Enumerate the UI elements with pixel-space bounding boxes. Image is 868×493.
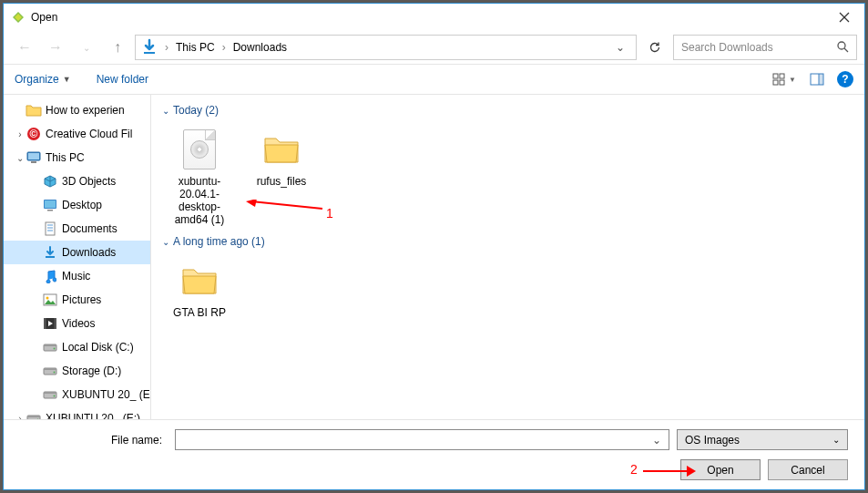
file-item-label: rufus_files	[257, 175, 307, 188]
tree-item[interactable]: Documents	[4, 217, 150, 241]
titlebar: Open	[4, 4, 864, 31]
file-list: ⌄Today (2)xubuntu-20.04.1-desktop-amd64 …	[151, 95, 864, 419]
drive-icon	[42, 339, 58, 355]
svg-point-28	[46, 297, 49, 300]
chevron-down-icon: ⌄	[162, 237, 169, 247]
search-input[interactable]	[681, 41, 836, 54]
folder-icon	[181, 264, 218, 297]
3d-icon	[42, 173, 58, 190]
tree-item[interactable]: Music	[4, 264, 150, 288]
music-icon	[42, 268, 58, 284]
tree-item[interactable]: ›©Creative Cloud Fil	[4, 122, 150, 146]
chevron-right-icon: ›	[220, 41, 228, 54]
open-button[interactable]: Open	[680, 459, 761, 480]
svg-rect-30	[44, 318, 46, 329]
docs-icon	[42, 221, 58, 237]
organize-menu[interactable]: Organize ▼	[15, 73, 71, 86]
tree-item-label: Videos	[62, 317, 95, 330]
navbar: ← → ⌄ ↑ › This PC › Downloads ⌄	[4, 31, 864, 64]
tree-item[interactable]: Desktop	[4, 193, 150, 217]
tree-item[interactable]: ›XUBUNTU 20_ (E:)	[4, 406, 150, 419]
search-icon[interactable]	[836, 40, 849, 56]
svg-rect-22	[46, 222, 55, 235]
view-options-button[interactable]: ▼	[771, 68, 797, 90]
tree-item-label: Desktop	[62, 199, 102, 211]
tree-item-label: Pictures	[62, 293, 101, 306]
svg-rect-18	[31, 161, 36, 163]
folder-icon	[263, 133, 300, 166]
svg-rect-20	[45, 200, 56, 208]
cancel-button[interactable]: Cancel	[768, 459, 848, 480]
group-header[interactable]: ⌄A long time ago (1)	[158, 230, 857, 255]
svg-rect-26	[46, 256, 55, 258]
help-button[interactable]: ?	[837, 71, 853, 87]
file-item[interactable]: GTA BI RP	[158, 255, 240, 323]
recent-locations-button[interactable]: ⌄	[73, 35, 100, 60]
file-item[interactable]: rufus_files	[240, 124, 322, 191]
svg-rect-8	[780, 74, 784, 78]
close-button[interactable]	[823, 4, 864, 31]
chevron-down-icon: ▼	[63, 75, 71, 84]
svg-rect-43	[27, 416, 40, 417]
svg-rect-9	[773, 80, 778, 85]
svg-text:©: ©	[30, 128, 38, 140]
search-box[interactable]	[673, 35, 857, 60]
drive-icon	[42, 386, 58, 403]
group-items: GTA BI RP	[158, 255, 857, 323]
group-items: xubuntu-20.04.1-desktop-amd64 (1)rufus_f…	[158, 124, 857, 230]
drive-icon	[26, 410, 42, 419]
tree-item-label: XUBUNTU 20_ (E	[62, 388, 150, 401]
tree-item[interactable]: XUBUNTU 20_ (E	[4, 383, 150, 406]
tree-item[interactable]: Videos	[4, 312, 150, 335]
tree-item-label: Music	[62, 270, 90, 282]
up-button[interactable]: ↑	[104, 35, 131, 60]
svg-point-41	[54, 395, 56, 397]
breadcrumb-this-pc[interactable]: This PC	[170, 36, 220, 59]
tree-item[interactable]: Storage (D:)	[4, 359, 150, 383]
desktop-icon	[42, 197, 58, 213]
file-type-filter[interactable]: OS Images ⌄	[677, 429, 848, 450]
folder-icon	[26, 102, 42, 118]
new-folder-button[interactable]: New folder	[97, 73, 148, 86]
refresh-button[interactable]	[640, 35, 669, 60]
address-dropdown[interactable]: ⌄	[608, 41, 632, 54]
preview-pane-button[interactable]	[804, 68, 830, 90]
chevron-down-icon: ⌄	[832, 435, 840, 445]
file-item[interactable]: xubuntu-20.04.1-desktop-amd64 (1)	[158, 124, 240, 230]
tree-item-label: Creative Cloud Fil	[46, 128, 132, 140]
tree-item-label: 3D Objects	[62, 175, 116, 188]
file-name-combobox[interactable]: ⌄	[175, 429, 669, 450]
tree-item-label: XUBUNTU 20_ (E:)	[46, 412, 140, 419]
address-bar[interactable]: › This PC › Downloads ⌄	[135, 35, 637, 60]
chevron-down-icon: ⌄	[162, 106, 169, 116]
tree-item-label: Local Disk (C:)	[62, 341, 134, 354]
group-title: A long time ago (1)	[173, 235, 265, 248]
tree-item-label: How to experien	[46, 104, 125, 117]
pictures-icon	[42, 292, 58, 308]
tree-item[interactable]: Downloads	[4, 241, 150, 264]
pc-icon	[26, 149, 42, 166]
navigation-pane: How to experien›©Creative Cloud Fil⌄This…	[4, 95, 151, 419]
window-title: Open	[31, 11, 823, 24]
app-icon	[11, 10, 26, 25]
group-header[interactable]: ⌄Today (2)	[158, 98, 857, 124]
tree-item[interactable]: Local Disk (C:)	[4, 335, 150, 359]
tree-item[interactable]: Pictures	[4, 288, 150, 312]
breadcrumb-downloads[interactable]: Downloads	[228, 36, 292, 59]
tree-item[interactable]: How to experien	[4, 98, 150, 122]
file-name-dropdown[interactable]: ⌄	[648, 434, 665, 447]
svg-rect-34	[44, 344, 56, 346]
group-title: Today (2)	[173, 104, 219, 117]
svg-point-35	[54, 348, 56, 350]
tree-item-label: Storage (D:)	[62, 365, 121, 377]
dialog-footer: File name: ⌄ OS Images ⌄ Open Cancel	[4, 419, 864, 489]
videos-icon	[42, 315, 58, 332]
tree-item[interactable]: 3D Objects	[4, 169, 150, 193]
back-button[interactable]: ←	[11, 35, 38, 60]
tree-item[interactable]: ⌄This PC	[4, 146, 150, 169]
file-name-label: File name:	[20, 434, 168, 447]
forward-button[interactable]: →	[42, 35, 69, 60]
iso-file-icon	[183, 129, 216, 169]
svg-rect-7	[773, 74, 778, 78]
file-name-input[interactable]	[179, 434, 648, 447]
